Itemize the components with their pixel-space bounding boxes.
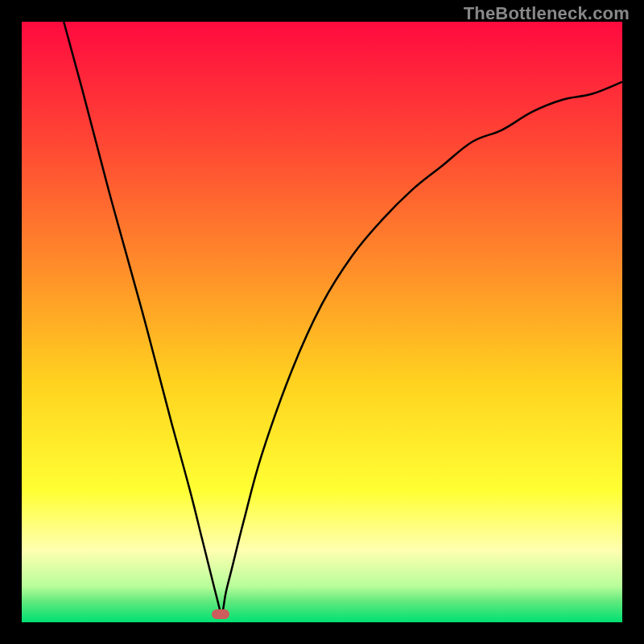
watermark-text: TheBottleneck.com [464, 3, 630, 24]
optimal-point-marker [212, 609, 229, 619]
bottleneck-curve [22, 22, 622, 622]
chart-container: TheBottleneck.com [0, 0, 644, 644]
